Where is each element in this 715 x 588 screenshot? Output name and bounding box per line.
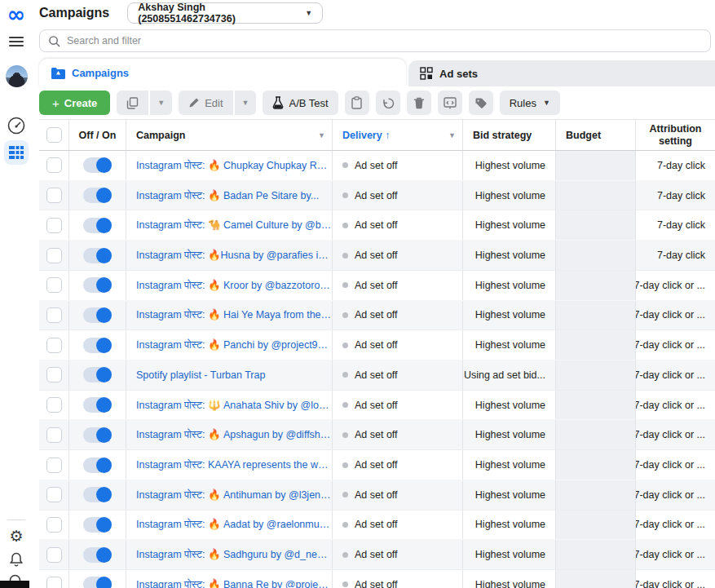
edit-button[interactable]: Edit (179, 91, 232, 115)
edit-menu-button[interactable]: ▼ (235, 91, 257, 115)
header-campaign[interactable]: Campaign ▼ (126, 120, 333, 150)
campaign-on-toggle[interactable] (83, 188, 112, 203)
row-checkbox[interactable] (46, 248, 62, 263)
row-checkbox[interactable] (46, 367, 62, 382)
ads-manager-dashboard-icon[interactable] (0, 114, 33, 137)
campaign-on-toggle[interactable] (83, 487, 112, 502)
ab-test-button[interactable]: A/B Test (263, 91, 338, 115)
table-row: Instagram पोस्ट: KAAYA represents the wo… (39, 450, 715, 480)
notifications-bell-icon[interactable] (0, 550, 33, 569)
row-checkbox[interactable] (46, 277, 62, 293)
tag-icon (474, 97, 487, 109)
row-checkbox[interactable] (46, 218, 62, 233)
row-checkbox[interactable] (46, 577, 62, 588)
row-select-cell (39, 301, 69, 330)
row-budget-cell (556, 181, 636, 210)
campaign-name-link[interactable]: Instagram पोस्ट: 🔥Husna by @parafies is … (136, 249, 332, 262)
row-campaign-cell: Instagram पोस्ट: 🔥 Apshagun by @diffshoc… (126, 420, 333, 449)
header-budget[interactable]: Budget (556, 120, 636, 150)
row-select-cell (39, 151, 69, 180)
campaign-name-link[interactable]: Instagram पोस्ट: 🔱 Anahata Shiv by @lost… (136, 399, 332, 412)
campaign-name-link[interactable]: Instagram पोस्ट: 🔥 Antihuman by @l3jenda… (136, 489, 332, 502)
row-checkbox[interactable] (46, 307, 62, 323)
attribution-value: 7-day click or ... (636, 429, 705, 440)
row-checkbox[interactable] (46, 338, 62, 353)
ad-account-selector[interactable]: Akshay Singh (2508551462734736) ▼ (127, 2, 323, 24)
campaign-name-link[interactable]: Instagram पोस्ट: 🔥 Chupkay Chupkay Raat … (136, 159, 332, 172)
row-campaign-cell: Instagram पोस्ट: 🔥 Hai Ye Maya from the … (126, 301, 333, 330)
export-button[interactable] (345, 91, 369, 115)
duplicate-button[interactable] (117, 91, 148, 115)
row-checkbox[interactable] (46, 397, 62, 413)
delete-button[interactable] (407, 91, 431, 115)
campaign-on-toggle[interactable] (83, 577, 112, 588)
settings-gear-icon[interactable]: ⚙ (0, 525, 33, 546)
campaign-on-toggle[interactable] (83, 248, 112, 263)
campaign-name-link[interactable]: Instagram पोस्ट: 🔥 Badan Pe Sitare by... (136, 189, 332, 202)
header-attribution-setting[interactable]: Attribution setting (636, 120, 715, 150)
campaigns-table-nav-icon[interactable] (0, 140, 33, 165)
row-checkbox[interactable] (46, 458, 62, 473)
delivery-status-dot-icon (342, 253, 348, 259)
campaign-name-link[interactable]: Spotify playlist - Turban Trap (136, 369, 332, 381)
tag-button[interactable] (469, 91, 493, 115)
campaign-name-link[interactable]: Instagram पोस्ट: 🔥 Banna Re by @project9… (136, 578, 332, 588)
row-checkbox[interactable] (46, 517, 62, 533)
table-row: Instagram पोस्ट: 🔥 Panchi by @project91m… (39, 330, 715, 360)
row-attribution-cell: 7-day click or ... (636, 271, 715, 300)
chevron-down-icon: ▼ (543, 99, 550, 107)
campaign-name-link[interactable]: Instagram पोस्ट: 🔥 Sadhguru by @d_neutro… (136, 548, 332, 561)
row-delivery-cell: Ad set off (333, 241, 463, 270)
row-budget-cell (556, 210, 636, 240)
campaign-name-link[interactable]: Instagram पोस्ट: KAAYA represents the wo… (136, 459, 332, 471)
row-campaign-cell: Instagram पोस्ट: 🔥 Aadat by @raelonmusic… (126, 511, 333, 540)
campaign-name-link[interactable]: Instagram पोस्ट: 🔥 Kroor by @bazzotorous… (136, 279, 332, 292)
row-checkbox[interactable] (46, 157, 62, 173)
delivery-status-dot-icon (342, 581, 348, 587)
campaign-name-link[interactable]: Instagram पोस्ट: 🐪 Camel Culture by @bod… (136, 219, 332, 232)
select-all-checkbox[interactable] (46, 127, 62, 143)
row-budget-cell (556, 511, 636, 540)
code-swap-button[interactable] (438, 91, 462, 115)
row-checkbox[interactable] (46, 547, 62, 563)
campaign-name-link[interactable]: Instagram पोस्ट: 🔥 Panchi by @project91m… (136, 338, 332, 351)
search-input[interactable] (67, 35, 702, 46)
campaign-on-toggle[interactable] (83, 427, 112, 443)
campaign-on-toggle[interactable] (83, 307, 112, 323)
meta-logo-icon[interactable]: ∞ (0, 2, 33, 26)
row-delivery-cell: Ad set off (333, 570, 463, 588)
profile-avatar[interactable] (0, 64, 33, 88)
header-delivery[interactable]: Delivery ↑ ▼ (333, 120, 463, 150)
header-bid-strategy[interactable]: Bid strategy (463, 120, 556, 150)
dock-edge (0, 581, 29, 588)
revert-button[interactable] (376, 91, 400, 115)
header-delivery-label: Delivery ↑ (342, 130, 390, 141)
campaign-on-toggle[interactable] (83, 277, 112, 293)
campaign-on-toggle[interactable] (83, 367, 112, 382)
row-checkbox[interactable] (46, 188, 62, 203)
tab-ad-sets[interactable]: Ad sets (408, 60, 715, 86)
campaign-name-link[interactable]: Instagram पोस्ट: 🔥 Hai Ye Maya from the … (136, 308, 332, 321)
duplicate-menu-button[interactable]: ▼ (150, 91, 172, 115)
campaign-name-link[interactable]: Instagram पोस्ट: 🔥 Aadat by @raelonmusic… (136, 518, 332, 531)
campaign-on-toggle[interactable] (83, 218, 112, 233)
bid-strategy-value: Using ad set bid... (464, 369, 545, 381)
edit-split-button: Edit ▼ (179, 91, 256, 115)
campaign-on-toggle[interactable] (83, 338, 112, 353)
row-checkbox[interactable] (46, 427, 62, 443)
delivery-status-label: Ad set off (355, 549, 398, 560)
search-and-filter-bar[interactable] (39, 29, 711, 52)
create-button[interactable]: + Create (39, 91, 110, 115)
row-checkbox[interactable] (46, 487, 62, 502)
tab-campaigns[interactable]: Campaigns (39, 59, 406, 86)
campaign-on-toggle[interactable] (83, 397, 112, 413)
campaign-on-toggle[interactable] (83, 547, 112, 563)
campaign-on-toggle[interactable] (83, 458, 112, 473)
row-attribution-cell: 7-day click or ... (636, 540, 715, 569)
campaign-on-toggle[interactable] (83, 157, 112, 173)
rules-button[interactable]: Rules ▼ (500, 91, 560, 115)
left-navigation-rail: ∞ ⚙ (0, 0, 33, 588)
campaign-on-toggle[interactable] (83, 517, 112, 533)
campaign-name-link[interactable]: Instagram पोस्ट: 🔥 Apshagun by @diffshoc… (136, 428, 332, 441)
hamburger-menu-icon[interactable] (0, 33, 33, 51)
